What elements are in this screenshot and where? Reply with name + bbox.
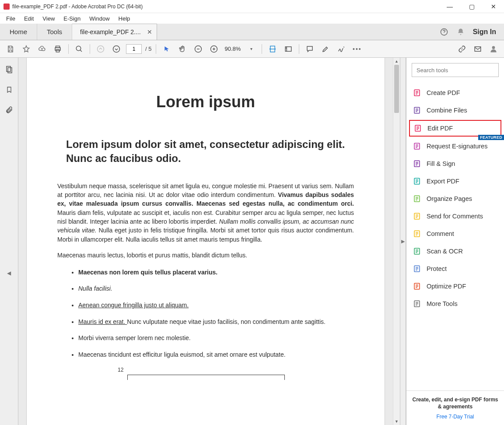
cloud-icon[interactable] xyxy=(36,43,48,55)
scrollbar[interactable]: ▲ ▼ xyxy=(393,58,400,425)
chevron-right-icon: ▶ xyxy=(401,239,405,244)
tab-document[interactable]: file-example_PDF 2.... ✕ xyxy=(72,24,157,40)
scroll-down-icon[interactable]: ▼ xyxy=(393,418,400,425)
close-button[interactable]: ✕ xyxy=(486,3,500,10)
tab-home[interactable]: Home xyxy=(0,24,37,40)
pdf-page: Lorem ipsum Lorem ipsum dolor sit amet, … xyxy=(26,58,385,425)
tool-label: Protect xyxy=(427,265,447,272)
menu-file[interactable]: File xyxy=(3,14,19,23)
menu-edit[interactable]: Edit xyxy=(21,14,37,23)
tool-item-more-tools[interactable]: More Tools xyxy=(406,295,504,313)
magnify-icon[interactable] xyxy=(73,43,85,55)
maximize-button[interactable]: ▢ xyxy=(465,3,479,10)
list-item: Aenean congue fringilla justo ut aliquam… xyxy=(78,301,354,310)
link-icon[interactable] xyxy=(456,43,468,55)
tab-close-icon[interactable]: ✕ xyxy=(147,28,152,35)
tool-icon xyxy=(413,194,421,203)
collapse-right-button[interactable]: ▶ xyxy=(400,58,406,425)
menu-bar: File Edit View E-Sign Window Help xyxy=(0,13,504,24)
scroll-thumb[interactable] xyxy=(394,65,399,113)
tool-label: Export PDF xyxy=(427,178,459,185)
tool-item-create-pdf[interactable]: Create PDF xyxy=(406,84,504,102)
highlight-icon[interactable] xyxy=(319,43,332,55)
select-tool-icon[interactable] xyxy=(161,43,173,55)
zoom-dropdown-icon[interactable]: ▾ xyxy=(245,43,257,55)
tool-item-combine-files[interactable]: Combine Files xyxy=(406,102,504,119)
collapse-left-icon[interactable]: ◀ xyxy=(7,270,11,276)
tool-label: More Tools xyxy=(427,300,458,307)
read-mode-icon[interactable] xyxy=(282,43,294,55)
doc-lead: Lorem ipsum dolor sit amet, consectetur … xyxy=(57,137,354,166)
tool-item-optimize-pdf[interactable]: Optimize PDF xyxy=(406,277,504,295)
page-down-icon[interactable] xyxy=(110,43,122,55)
page-up-icon[interactable] xyxy=(94,43,107,55)
document-viewport[interactable]: Lorem ipsum Lorem ipsum dolor sit amet, … xyxy=(18,58,393,425)
list-item: Nulla facilisi. xyxy=(78,285,354,293)
free-trial-link[interactable]: Free 7-Day Trial xyxy=(411,414,500,420)
tool-item-scan-ocr[interactable]: Scan & OCR xyxy=(406,242,504,260)
minimize-button[interactable]: — xyxy=(443,3,457,10)
attachment-icon[interactable] xyxy=(4,105,14,115)
help-icon[interactable] xyxy=(440,28,448,36)
sign-icon[interactable] xyxy=(335,43,347,55)
thumbnails-icon[interactable] xyxy=(4,65,14,74)
tab-tools[interactable]: Tools xyxy=(37,24,72,40)
tool-icon xyxy=(413,264,421,273)
menu-esign[interactable]: E-Sign xyxy=(60,14,84,23)
page-total-label: / 5 xyxy=(145,46,151,52)
tool-label: Send for Comments xyxy=(427,213,483,220)
tool-item-edit-pdf[interactable]: Edit PDF xyxy=(409,120,501,137)
figure-box xyxy=(127,375,285,380)
title-bar: file-example_PDF 2.pdf - Adobe Acrobat P… xyxy=(0,0,504,13)
tool-item-request-e-signatures[interactable]: Request E-signaturesFEATURED xyxy=(406,137,504,155)
signin-button[interactable]: Sign In xyxy=(473,28,496,36)
save-icon[interactable] xyxy=(4,43,17,55)
svg-point-5 xyxy=(98,46,104,52)
more-icon[interactable]: ••• xyxy=(351,43,363,55)
svg-point-6 xyxy=(113,46,120,52)
tool-label: Edit PDF xyxy=(427,125,453,132)
left-nav-panel: ◀ xyxy=(0,58,18,425)
hand-tool-icon[interactable] xyxy=(176,43,189,55)
app-icon xyxy=(4,4,10,10)
comment-icon[interactable] xyxy=(304,43,316,55)
tool-item-export-pdf[interactable]: Export PDF xyxy=(406,172,504,190)
email-icon[interactable] xyxy=(472,43,484,55)
tool-icon xyxy=(413,282,421,291)
print-icon[interactable] xyxy=(52,43,64,55)
menu-window[interactable]: Window xyxy=(86,14,113,23)
bell-icon[interactable] xyxy=(456,28,465,36)
window-title: file-example_PDF 2.pdf - Adobe Acrobat P… xyxy=(12,4,443,10)
tool-item-send-for-comments[interactable]: Send for Comments xyxy=(406,207,504,225)
star-icon[interactable] xyxy=(20,43,32,55)
tool-label: Organize Pages xyxy=(427,195,472,202)
tool-item-fill-sign[interactable]: Fill & Sign xyxy=(406,155,504,172)
fit-width-icon[interactable] xyxy=(266,43,279,55)
menu-help[interactable]: Help xyxy=(115,14,134,23)
svg-rect-10 xyxy=(286,46,292,51)
menu-view[interactable]: View xyxy=(39,14,58,23)
tab-bar: Home Tools file-example_PDF 2.... ✕ Sign… xyxy=(0,24,504,40)
svg-point-12 xyxy=(492,46,495,49)
tool-icon xyxy=(413,124,422,133)
tab-document-label: file-example_PDF 2.... xyxy=(80,28,141,35)
tool-icon xyxy=(413,212,421,221)
doc-paragraph-2: Maecenas mauris lectus, lobortis et puru… xyxy=(57,252,354,259)
profile-icon[interactable] xyxy=(487,43,500,55)
page-number-input[interactable] xyxy=(126,44,142,54)
tool-icon xyxy=(413,247,421,256)
tool-label: Combine Files xyxy=(427,107,467,114)
zoom-out-icon[interactable] xyxy=(192,43,204,55)
zoom-in-icon[interactable] xyxy=(208,43,220,55)
scroll-up-icon[interactable]: ▲ xyxy=(393,58,400,65)
list-item: Maecenas non lorem quis tellus placerat … xyxy=(78,268,354,277)
main-toolbar: / 5 90.8% ▾ ••• xyxy=(0,40,504,58)
tool-item-protect[interactable]: Protect xyxy=(406,260,504,277)
tool-item-organize-pages[interactable]: Organize Pages xyxy=(406,190,504,207)
tool-item-comment[interactable]: Comment xyxy=(406,225,504,242)
search-tools-input[interactable] xyxy=(416,67,494,74)
bookmark-icon[interactable] xyxy=(4,85,14,95)
search-tools-box[interactable] xyxy=(412,63,499,77)
tool-label: Scan & OCR xyxy=(427,248,463,255)
tool-icon xyxy=(413,159,421,168)
